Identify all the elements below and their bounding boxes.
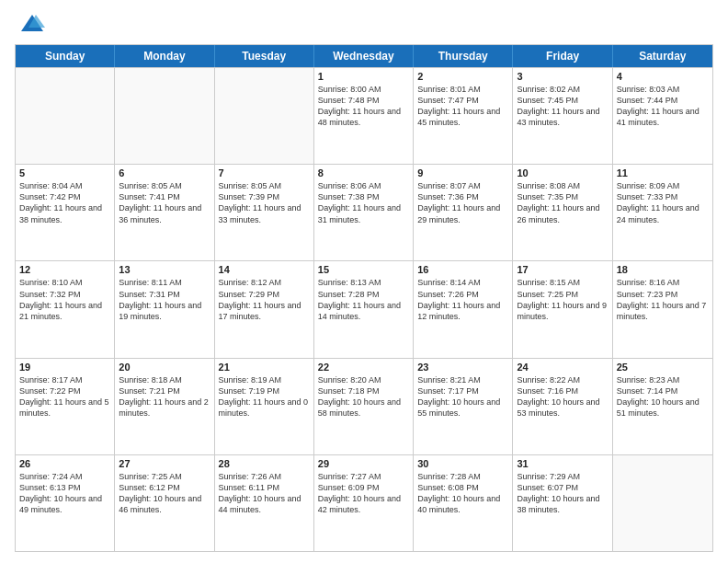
day-cell-6: 6Sunrise: 8:05 AM Sunset: 7:41 PM Daylig… [115, 165, 214, 260]
day-info: Sunrise: 8:22 AM Sunset: 7:16 PM Dayligh… [517, 374, 608, 419]
day-cell-24: 24Sunrise: 8:22 AM Sunset: 7:16 PM Dayli… [513, 359, 612, 454]
day-info: Sunrise: 8:19 AM Sunset: 7:19 PM Dayligh… [219, 374, 310, 419]
day-info: Sunrise: 8:17 AM Sunset: 7:22 PM Dayligh… [19, 374, 110, 419]
week-row-0: 1Sunrise: 8:00 AM Sunset: 7:48 PM Daylig… [16, 67, 712, 164]
day-info: Sunrise: 8:16 AM Sunset: 7:23 PM Dayligh… [617, 277, 709, 322]
day-info: Sunrise: 7:26 AM Sunset: 6:11 PM Dayligh… [219, 471, 310, 516]
day-info: Sunrise: 8:18 AM Sunset: 7:21 PM Dayligh… [119, 374, 210, 419]
empty-cell [613, 455, 712, 551]
day-info: Sunrise: 7:24 AM Sunset: 6:13 PM Dayligh… [19, 471, 110, 516]
day-info: Sunrise: 8:04 AM Sunset: 7:42 PM Dayligh… [19, 180, 110, 225]
day-number: 28 [219, 458, 310, 469]
day-info: Sunrise: 8:21 AM Sunset: 7:17 PM Dayligh… [417, 374, 508, 419]
day-info: Sunrise: 8:13 AM Sunset: 7:28 PM Dayligh… [318, 277, 409, 322]
day-number: 9 [417, 167, 508, 178]
day-info: Sunrise: 8:10 AM Sunset: 7:32 PM Dayligh… [19, 277, 110, 322]
day-number: 11 [617, 167, 709, 178]
day-cell-14: 14Sunrise: 8:12 AM Sunset: 7:29 PM Dayli… [215, 261, 314, 357]
day-info: Sunrise: 8:15 AM Sunset: 7:25 PM Dayligh… [517, 277, 608, 322]
day-info: Sunrise: 7:25 AM Sunset: 6:12 PM Dayligh… [119, 471, 210, 516]
day-header-saturday: Saturday [613, 45, 712, 67]
header [15, 11, 713, 37]
week-row-4: 26Sunrise: 7:24 AM Sunset: 6:13 PM Dayli… [16, 454, 712, 551]
day-number: 22 [318, 362, 409, 373]
day-cell-15: 15Sunrise: 8:13 AM Sunset: 7:28 PM Dayli… [314, 261, 414, 357]
day-number: 16 [417, 264, 508, 275]
day-cell-4: 4Sunrise: 8:03 AM Sunset: 7:44 PM Daylig… [613, 68, 712, 164]
calendar: SundayMondayTuesdayWednesdayThursdayFrid… [15, 44, 713, 552]
day-cell-9: 9Sunrise: 8:07 AM Sunset: 7:36 PM Daylig… [414, 165, 513, 260]
day-cell-30: 30Sunrise: 7:28 AM Sunset: 6:08 PM Dayli… [414, 455, 513, 551]
day-info: Sunrise: 8:09 AM Sunset: 7:33 PM Dayligh… [617, 180, 709, 225]
day-info: Sunrise: 8:01 AM Sunset: 7:47 PM Dayligh… [417, 84, 508, 129]
calendar-header: SundayMondayTuesdayWednesdayThursdayFrid… [16, 45, 712, 67]
day-number: 1 [318, 71, 409, 82]
day-info: Sunrise: 8:07 AM Sunset: 7:36 PM Dayligh… [417, 180, 508, 225]
day-info: Sunrise: 8:14 AM Sunset: 7:26 PM Dayligh… [417, 277, 508, 322]
day-number: 2 [417, 71, 508, 82]
day-cell-19: 19Sunrise: 8:17 AM Sunset: 7:22 PM Dayli… [16, 359, 115, 454]
day-number: 27 [119, 458, 210, 469]
calendar-body: 1Sunrise: 8:00 AM Sunset: 7:48 PM Daylig… [16, 67, 712, 551]
day-cell-12: 12Sunrise: 8:10 AM Sunset: 7:32 PM Dayli… [16, 261, 115, 357]
day-cell-10: 10Sunrise: 8:08 AM Sunset: 7:35 PM Dayli… [513, 165, 612, 260]
day-cell-2: 2Sunrise: 8:01 AM Sunset: 7:47 PM Daylig… [414, 68, 513, 164]
day-info: Sunrise: 8:03 AM Sunset: 7:44 PM Dayligh… [617, 84, 709, 129]
day-header-thursday: Thursday [414, 45, 513, 67]
day-header-friday: Friday [513, 45, 612, 67]
day-cell-17: 17Sunrise: 8:15 AM Sunset: 7:25 PM Dayli… [513, 261, 612, 357]
week-row-1: 5Sunrise: 8:04 AM Sunset: 7:42 PM Daylig… [16, 164, 712, 260]
day-number: 14 [219, 264, 310, 275]
day-info: Sunrise: 8:05 AM Sunset: 7:39 PM Dayligh… [219, 180, 310, 225]
empty-cell [115, 68, 214, 164]
day-info: Sunrise: 8:12 AM Sunset: 7:29 PM Dayligh… [219, 277, 310, 322]
day-number: 3 [517, 71, 608, 82]
day-number: 10 [517, 167, 608, 178]
day-number: 13 [119, 264, 210, 275]
logo-icon [19, 11, 45, 37]
day-cell-3: 3Sunrise: 8:02 AM Sunset: 7:45 PM Daylig… [513, 68, 612, 164]
day-cell-25: 25Sunrise: 8:23 AM Sunset: 7:14 PM Dayli… [613, 359, 712, 454]
day-header-sunday: Sunday [16, 45, 115, 67]
day-info: Sunrise: 7:27 AM Sunset: 6:09 PM Dayligh… [318, 471, 409, 516]
day-cell-23: 23Sunrise: 8:21 AM Sunset: 7:17 PM Dayli… [414, 359, 513, 454]
day-cell-8: 8Sunrise: 8:06 AM Sunset: 7:38 PM Daylig… [314, 165, 414, 260]
day-number: 26 [19, 458, 110, 469]
day-cell-28: 28Sunrise: 7:26 AM Sunset: 6:11 PM Dayli… [215, 455, 314, 551]
day-number: 24 [517, 362, 608, 373]
day-header-wednesday: Wednesday [314, 45, 414, 67]
day-cell-27: 27Sunrise: 7:25 AM Sunset: 6:12 PM Dayli… [115, 455, 214, 551]
day-number: 15 [318, 264, 409, 275]
empty-cell [215, 68, 314, 164]
day-header-tuesday: Tuesday [215, 45, 314, 67]
day-cell-18: 18Sunrise: 8:16 AM Sunset: 7:23 PM Dayli… [613, 261, 712, 357]
day-cell-16: 16Sunrise: 8:14 AM Sunset: 7:26 PM Dayli… [414, 261, 513, 357]
day-info: Sunrise: 8:08 AM Sunset: 7:35 PM Dayligh… [517, 180, 608, 225]
day-number: 17 [517, 264, 608, 275]
day-info: Sunrise: 8:11 AM Sunset: 7:31 PM Dayligh… [119, 277, 210, 322]
day-number: 4 [617, 71, 709, 82]
day-number: 5 [19, 167, 110, 178]
day-cell-5: 5Sunrise: 8:04 AM Sunset: 7:42 PM Daylig… [16, 165, 115, 260]
day-cell-26: 26Sunrise: 7:24 AM Sunset: 6:13 PM Dayli… [16, 455, 115, 551]
day-info: Sunrise: 8:05 AM Sunset: 7:41 PM Dayligh… [119, 180, 210, 225]
day-cell-20: 20Sunrise: 8:18 AM Sunset: 7:21 PM Dayli… [115, 359, 214, 454]
day-number: 21 [219, 362, 310, 373]
day-info: Sunrise: 8:02 AM Sunset: 7:45 PM Dayligh… [517, 84, 608, 129]
day-cell-21: 21Sunrise: 8:19 AM Sunset: 7:19 PM Dayli… [215, 359, 314, 454]
day-number: 12 [19, 264, 110, 275]
page: SundayMondayTuesdayWednesdayThursdayFrid… [0, 0, 728, 563]
day-cell-11: 11Sunrise: 8:09 AM Sunset: 7:33 PM Dayli… [613, 165, 712, 260]
day-header-monday: Monday [115, 45, 214, 67]
week-row-3: 19Sunrise: 8:17 AM Sunset: 7:22 PM Dayli… [16, 358, 712, 454]
day-info: Sunrise: 7:28 AM Sunset: 6:08 PM Dayligh… [417, 471, 508, 516]
day-info: Sunrise: 7:29 AM Sunset: 6:07 PM Dayligh… [517, 471, 608, 516]
day-cell-31: 31Sunrise: 7:29 AM Sunset: 6:07 PM Dayli… [513, 455, 612, 551]
day-info: Sunrise: 8:00 AM Sunset: 7:48 PM Dayligh… [318, 84, 409, 129]
day-cell-13: 13Sunrise: 8:11 AM Sunset: 7:31 PM Dayli… [115, 261, 214, 357]
week-row-2: 12Sunrise: 8:10 AM Sunset: 7:32 PM Dayli… [16, 260, 712, 357]
day-number: 7 [219, 167, 310, 178]
day-number: 19 [19, 362, 110, 373]
day-cell-7: 7Sunrise: 8:05 AM Sunset: 7:39 PM Daylig… [215, 165, 314, 260]
empty-cell [16, 68, 115, 164]
